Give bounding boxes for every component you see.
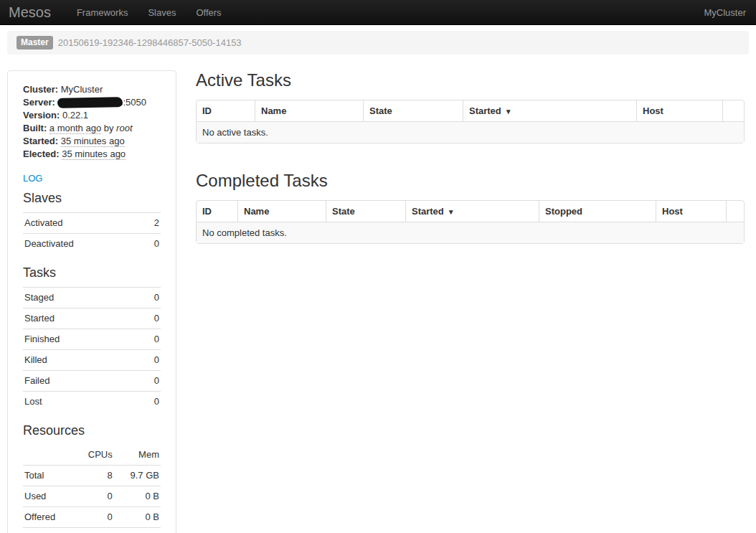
column-header-name[interactable]: Name [255, 100, 363, 121]
tasks-stats-table: Staged 0 Started 0 Finished 0 Killed 0 F… [23, 287, 161, 412]
slaves-deactivated-value: 0 [142, 234, 161, 255]
nav-item-offers[interactable]: Offers [186, 7, 231, 18]
table-row: Used 0 0 B [23, 486, 161, 507]
table-header-row: ID Name State Started▼ Stopped Host [197, 201, 744, 222]
column-header-blank [722, 100, 744, 121]
resources-offered-cpus: 0 [83, 507, 113, 528]
column-header-state[interactable]: State [326, 201, 405, 222]
tasks-lost-value: 0 [136, 392, 161, 412]
active-tasks-table: ID Name State Started▼ Host No active ta… [196, 100, 745, 143]
elected-label: Elected: [23, 148, 60, 159]
elected-info-line: Elected: 35 minutes ago [23, 148, 161, 161]
column-header-blank [726, 201, 744, 222]
column-header-started[interactable]: Started▼ [405, 201, 539, 222]
log-link[interactable]: LOG [23, 173, 42, 184]
slaves-deactivated-label: Deactivated [23, 234, 142, 255]
column-header-host[interactable]: Host [656, 201, 726, 222]
column-header-id[interactable]: ID [197, 100, 255, 121]
master-badge: Master [16, 36, 53, 49]
server-port: :5050 [123, 97, 146, 108]
tasks-started-value: 0 [136, 308, 161, 329]
cluster-value: MyCluster [61, 84, 103, 95]
breadcrumb: Master 20150619-192346-1298446857-5050-1… [7, 31, 749, 55]
resources-header-blank [23, 445, 83, 466]
resources-header-mem: Mem [114, 445, 161, 466]
tasks-staged-value: 0 [136, 288, 161, 308]
cluster-name-label: MyCluster [704, 7, 746, 18]
slaves-activated-label: Activated [23, 213, 142, 234]
resources-idle-cpus: 8 [83, 528, 113, 533]
table-row: Staged 0 [23, 288, 161, 308]
table-row: Finished 0 [23, 329, 161, 350]
column-header-started-label: Started [469, 105, 501, 116]
started-info-line: Started: 35 minutes ago [23, 135, 161, 148]
nav-item-frameworks[interactable]: Frameworks [67, 7, 138, 18]
tasks-section-title: Tasks [23, 265, 161, 280]
resources-stats-table: CPUs Mem Total 8 9.7 GB Used 0 0 B Offer… [23, 445, 161, 533]
slaves-section-title: Slaves [23, 190, 161, 206]
slaves-stats-table: Activated 2 Deactivated 0 [23, 212, 161, 254]
table-row: Failed 0 [23, 371, 161, 392]
table-row: Killed 0 [23, 350, 161, 371]
column-header-host[interactable]: Host [636, 100, 722, 121]
table-row: Offered 0 0 B [23, 507, 161, 528]
no-active-tasks-message: No active tasks. [197, 121, 744, 143]
table-row: CPUs Mem [23, 445, 161, 466]
tasks-killed-value: 0 [136, 350, 161, 371]
built-by: by [104, 123, 114, 133]
resources-offered-label: Offered [23, 507, 83, 528]
no-completed-tasks-message: No completed tasks. [197, 222, 744, 243]
tasks-staged-label: Staged [23, 288, 136, 308]
tasks-failed-label: Failed [23, 371, 136, 392]
active-tasks-title: Active Tasks [196, 70, 745, 90]
table-row: Idle 8 9.7 GB [23, 528, 161, 533]
empty-state-row: No completed tasks. [197, 222, 744, 243]
built-user: root [116, 123, 132, 133]
column-header-name[interactable]: Name [237, 201, 326, 222]
table-row: Started 0 [23, 308, 161, 329]
column-header-id[interactable]: ID [197, 201, 237, 222]
server-info-line: Server: :5050 [23, 96, 161, 109]
cluster-label: Cluster: [23, 84, 58, 95]
slaves-activated-value: 2 [142, 213, 161, 234]
sort-desc-icon: ▼ [448, 208, 455, 216]
resources-offered-mem: 0 B [114, 507, 161, 528]
built-info-line: Built: a month ago by root [23, 122, 161, 135]
tasks-finished-value: 0 [136, 329, 161, 350]
resources-total-cpus: 8 [83, 466, 113, 486]
version-label: Version: [23, 110, 60, 121]
server-label: Server: [23, 97, 55, 108]
resources-idle-label: Idle [23, 528, 83, 533]
table-row: Deactivated 0 [23, 234, 161, 255]
column-header-state[interactable]: State [363, 100, 463, 121]
started-label: Started: [23, 136, 58, 146]
resources-total-mem: 9.7 GB [114, 466, 161, 486]
table-row: Lost 0 [23, 392, 161, 412]
table-row: Activated 2 [23, 213, 161, 234]
built-time: a month ago [49, 123, 101, 134]
main-content: Active Tasks ID Name State Started▼ Host… [196, 70, 745, 244]
version-value: 0.22.1 [62, 110, 88, 121]
column-header-started[interactable]: Started▼ [463, 100, 636, 121]
tasks-failed-value: 0 [136, 371, 161, 392]
resources-used-label: Used [23, 486, 83, 507]
resources-section-title: Resources [23, 423, 161, 438]
resources-idle-mem: 9.7 GB [114, 528, 161, 533]
empty-state-row: No active tasks. [197, 121, 744, 143]
top-navbar: Mesos Frameworks Slaves Offers MyCluster [0, 0, 756, 25]
brand-mesos[interactable]: Mesos [9, 4, 51, 21]
completed-tasks-title: Completed Tasks [196, 171, 745, 191]
elected-time: 35 minutes ago [62, 148, 126, 160]
sort-desc-icon: ▼ [505, 108, 512, 115]
resources-total-label: Total [23, 466, 83, 486]
sidebar-panel: Cluster: MyCluster Server: :5050 Version… [7, 70, 176, 533]
nav-item-slaves[interactable]: Slaves [138, 7, 186, 18]
tasks-started-label: Started [23, 308, 136, 329]
version-info-line: Version: 0.22.1 [23, 109, 161, 122]
resources-used-cpus: 0 [83, 486, 113, 507]
table-row: Total 8 9.7 GB [23, 466, 161, 486]
tasks-finished-label: Finished [23, 329, 136, 350]
table-header-row: ID Name State Started▼ Host [197, 100, 744, 121]
column-header-stopped[interactable]: Stopped [539, 201, 656, 222]
tasks-killed-label: Killed [23, 350, 136, 371]
